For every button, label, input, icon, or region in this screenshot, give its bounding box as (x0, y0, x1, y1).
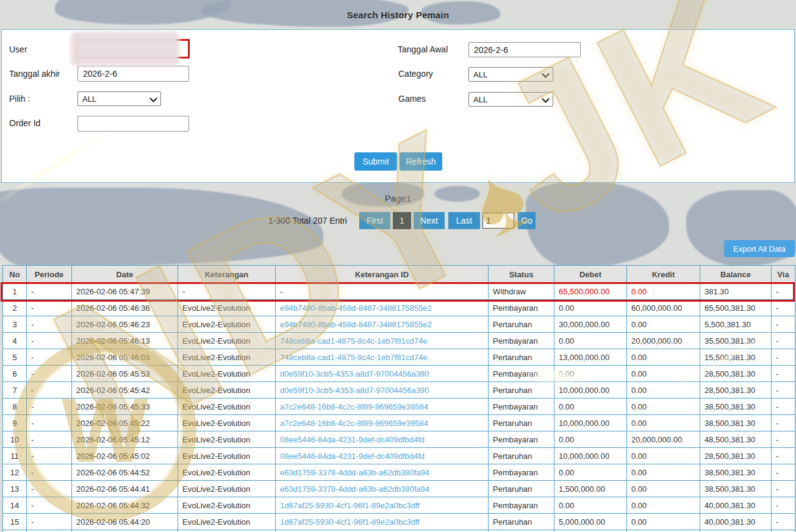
table-cell: 35,500,381.30 (700, 333, 772, 349)
page-title: Search History Pemain (0, 10, 796, 20)
games-select[interactable]: ALL (468, 92, 553, 107)
category-label: Category (398, 69, 433, 79)
keterangan-id-link[interactable]: 1d67af25-5930-4cf1-96f1-89e2a0bc3dff (276, 514, 489, 530)
table-cell: 10 (3, 431, 27, 448)
pagination-next-button[interactable]: Next (414, 212, 445, 229)
tanggal-awal-input[interactable] (468, 42, 581, 57)
table-cell: 13 (3, 481, 27, 497)
table-cell: Withdraw (489, 283, 554, 300)
table-cell: 20,000,000.00 (627, 333, 700, 349)
table-cell: EvoLive2-Evolution (178, 366, 276, 382)
goto-page-input[interactable] (482, 213, 514, 229)
table-cell: 0.00 (627, 415, 700, 431)
category-select[interactable]: ALL (468, 67, 553, 82)
table-cell: 28,500,381.30 (700, 382, 772, 399)
table-cell: 0.00 (554, 464, 627, 481)
games-label: Games (398, 94, 426, 104)
table-cell (554, 530, 627, 532)
table-cell: 2026-02-06 05:45:02 (72, 448, 178, 464)
table-cell: EvoLive2-Evolution (178, 497, 276, 514)
table-cell: 0.00 (627, 448, 700, 464)
table-cell: 2026-02-06 05:45:53 (72, 366, 178, 382)
order-id-label: Order Id (9, 118, 40, 128)
column-header: Balance (700, 266, 772, 283)
table-cell: 38,500,381.30 (700, 415, 772, 431)
user-label: User (9, 44, 27, 54)
table-cell: - (772, 514, 795, 530)
table-cell: - (27, 316, 72, 333)
keterangan-id-link[interactable]: d0e59f10-3cb5-4353-a8d7-97004456a390 (276, 366, 489, 382)
table-cell: - (27, 283, 72, 300)
table-cell: - (772, 349, 795, 366)
table-cell: 381.30 (700, 283, 772, 300)
tanggal-akhir-input[interactable] (77, 66, 189, 82)
chevron-down-icon (151, 96, 156, 102)
keterangan-id-link[interactable]: a7c2e648-16b8-4c2c-8f89-969659e39584 (276, 415, 489, 431)
pagination-first-button[interactable]: First (359, 212, 390, 229)
table-cell: EvoLive2-Evolution (178, 349, 276, 366)
table-cell: 0.00 (627, 366, 700, 382)
table-cell: 0.00 (554, 366, 627, 382)
table-cell: EvoLive2-Evolution (178, 300, 276, 316)
table-cell: - (27, 300, 72, 316)
table-cell: - (772, 448, 795, 464)
table-cell: 48,500,381.30 (700, 431, 772, 448)
table-cell: - (772, 283, 795, 300)
table-row (3, 530, 795, 532)
pagination-current-page[interactable]: 1 (393, 212, 411, 229)
keterangan-id-link[interactable]: e94b7480-8bab-458d-8487-3488175855e2 (276, 300, 489, 316)
table-cell: 0.00 (554, 333, 627, 349)
table-cell: Pembayaran (489, 366, 554, 382)
table-cell: Pembayaran (489, 497, 554, 514)
table-cell: Pembayaran (489, 431, 554, 448)
pilih-select[interactable]: ALL (77, 91, 161, 106)
column-header: Via (772, 266, 795, 283)
keterangan-id-link[interactable]: e94b7480-8bab-458d-8487-3488175855e2 (276, 316, 489, 333)
table-cell: Pertaruhan (489, 415, 554, 431)
export-all-data-button[interactable]: Export All Data (724, 240, 795, 257)
keterangan-id-link[interactable]: 08ee5446-84da-4231-9def-dc409dfbd4fd (276, 448, 489, 464)
table-cell: 2026-02-06 05:44:20 (72, 514, 178, 530)
table-cell: Pertaruhan (489, 448, 554, 464)
table-cell: 2026-02-06 05:46:36 (72, 300, 178, 316)
pilih-label: Pilih : (9, 94, 30, 104)
table-cell: Pertaruhan (489, 481, 554, 497)
table-cell: 5,000,000.00 (554, 514, 627, 530)
pagination-last-button[interactable]: Last (448, 212, 480, 229)
table-cell: - (772, 399, 795, 415)
table-row: 5-2026-02-06 05:46:03EvoLive2-Evolution7… (3, 349, 795, 366)
table-cell: 1,500,000.00 (554, 481, 627, 497)
order-id-input[interactable] (77, 116, 189, 132)
table-cell: EvoLive2-Evolution (178, 399, 276, 415)
keterangan-id-link[interactable]: e63d1759-3378-4ddd-a63b-a62db380fa94 (276, 464, 489, 481)
keterangan-id-link[interactable]: 748ceb8a-cad1-4875-8c4c-1eb7f81cd74e (276, 333, 489, 349)
table-cell: 5 (3, 349, 27, 366)
table-cell: 2026-02-06 05:47:39 (72, 283, 178, 300)
table-row: 13-2026-02-06 05:44:41EvoLive2-Evolution… (3, 481, 795, 497)
table-cell: EvoLive2-Evolution (178, 382, 276, 399)
table-cell: 11 (3, 448, 27, 464)
refresh-button[interactable]: Refresh (400, 152, 442, 171)
column-header: No (3, 266, 27, 283)
table-cell: 7 (3, 382, 27, 399)
column-header: Keterangan ID (276, 266, 489, 283)
keterangan-id-link[interactable]: 748ceb8a-cad1-4875-8c4c-1eb7f81cd74e (276, 349, 489, 366)
keterangan-id-link[interactable]: e63d1759-3378-4ddd-a63b-a62db380fa94 (276, 481, 489, 497)
keterangan-id-link[interactable]: 08ee5446-84da-4231-9def-dc409dfbd4fd (276, 431, 489, 448)
table-cell: 30,000,000.00 (554, 316, 627, 333)
go-button[interactable]: Go (518, 212, 536, 229)
column-header: Date (72, 266, 178, 283)
keterangan-id-link[interactable]: 1d67af25-5930-4cf1-96f1-89e2a0bc3dff (276, 497, 489, 514)
results-range-text: 1-300 Total 207 Entri (268, 216, 347, 225)
table-cell: EvoLive2-Evolution (178, 431, 276, 448)
table-cell: 0.00 (627, 316, 700, 333)
submit-button[interactable]: Submit (354, 152, 397, 171)
table-cell: - (27, 481, 72, 497)
table-cell: - (27, 382, 72, 399)
table-cell: 2026-02-06 05:46:03 (72, 349, 178, 366)
keterangan-id-link[interactable]: d0e59f10-3cb5-4353-a8d7-97004456a390 (276, 382, 489, 399)
column-header: Periode (27, 266, 72, 283)
table-cell: 2 (3, 300, 27, 316)
keterangan-id-link[interactable]: a7c2e648-16b8-4c2c-8f89-969659e39584 (276, 399, 489, 415)
table-cell: - (772, 497, 795, 514)
